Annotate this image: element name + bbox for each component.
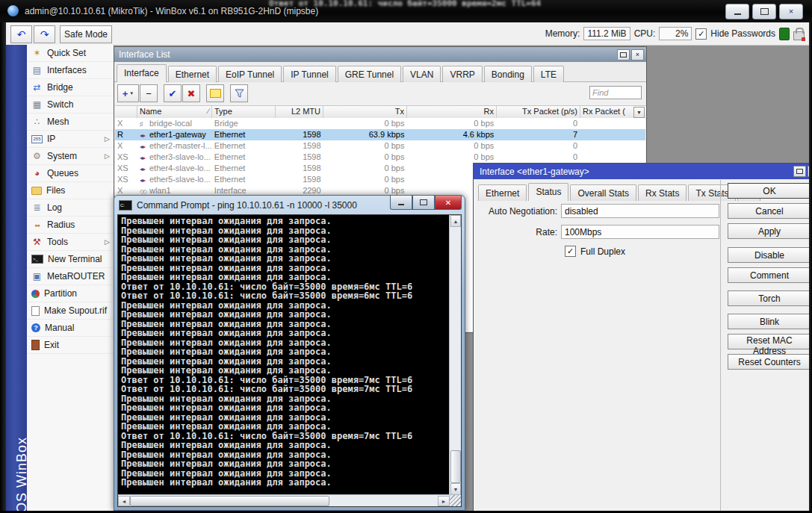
find-input[interactable]	[589, 86, 642, 99]
column-flags[interactable]	[115, 106, 137, 118]
sidebar-item-partition[interactable]: Partition ▷	[27, 285, 114, 302]
column-selector-button[interactable]: ▼	[633, 107, 645, 118]
table-row-bridge-local[interactable]: X bridge-local Bridge 0 bps 0 bps 0	[115, 118, 645, 129]
sidebar-item-bridge[interactable]: Bridge ▷	[27, 79, 114, 96]
sidebar-item-mesh[interactable]: Mesh ▷	[27, 114, 114, 131]
console-minimize-button[interactable]	[390, 196, 412, 210]
close-button[interactable]: ×	[779, 4, 803, 19]
sidebar-item-exit[interactable]: Exit ▷	[27, 337, 114, 354]
dialog-restore-button[interactable]	[793, 166, 806, 177]
tab-vrrp[interactable]: VRRP	[442, 66, 482, 82]
column-rx-packet[interactable]: Rx Packet ( ▼	[580, 106, 646, 118]
hide-passwords-checkbox[interactable]: ✓	[695, 28, 707, 40]
dialog-button-reset-mac-address[interactable]: Reset MAC Address	[728, 334, 811, 349]
comment-button[interactable]	[206, 84, 224, 102]
remove-button[interactable]: −	[140, 84, 158, 102]
vertical-scroll-thumb[interactable]	[450, 450, 461, 483]
dialog-button-torch[interactable]: Torch	[728, 290, 811, 306]
sidebar-item-log[interactable]: Log ▷	[27, 199, 114, 217]
interfaces-icon	[31, 66, 43, 75]
interface-dialog-titlebar[interactable]: Interface <ether1-gateway> ×	[474, 164, 812, 179]
column-tx-packet[interactable]: Tx Packet (p/s)	[497, 106, 580, 118]
sidebar-item-queues[interactable]: Queues ▷	[27, 165, 114, 182]
interface-list-restore-button[interactable]	[617, 49, 630, 60]
rate-field[interactable]	[561, 225, 719, 239]
dialog-button-comment[interactable]: Comment	[728, 267, 811, 283]
console-maximize-button[interactable]	[412, 196, 435, 210]
safe-mode-button[interactable]: Safe Mode	[60, 25, 112, 43]
horizontal-scrollbar[interactable]: ◄ ►	[118, 494, 450, 506]
restore-icon	[620, 52, 627, 57]
cell-rx-packet	[580, 129, 645, 140]
auto-negotiation-field[interactable]	[561, 204, 719, 218]
add-button[interactable]: +▼	[117, 84, 139, 102]
scroll-right-icon[interactable]: ►	[438, 496, 450, 506]
tab-bonding[interactable]: Bonding	[484, 66, 532, 82]
console-output[interactable]: Превышен интервал ожидания для запроса.П…	[117, 214, 462, 507]
dialog-button-blink[interactable]: Blink	[728, 314, 811, 329]
sidebar-item-ip[interactable]: IP ▷	[27, 131, 114, 148]
sidebar-item-new-terminal[interactable]: New Terminal ▷	[27, 251, 114, 268]
table-header[interactable]: Name∕ Type L2 MTU Tx Rx Tx Packet (p/s) …	[115, 105, 646, 119]
tab-ip-tunnel[interactable]: IP Tunnel	[283, 66, 335, 82]
sidebar-item-metarouter[interactable]: MetaROUTER ▷	[27, 268, 114, 285]
resize-grip[interactable]	[450, 495, 461, 506]
cell-tx-packet: 7	[496, 129, 580, 140]
sidebar-item-tools[interactable]: Tools ▷	[27, 234, 114, 251]
vertical-scrollbar[interactable]: ▲ ▼	[449, 215, 461, 495]
sidebar-item-quick-set[interactable]: Quick Set ▷	[27, 45, 114, 62]
full-duplex-checkbox[interactable]: ✓	[565, 246, 576, 257]
sidebar-item-label: Log	[47, 202, 62, 213]
filter-button[interactable]	[230, 84, 248, 102]
dialog-button-apply[interactable]: Apply	[728, 223, 811, 239]
table-row-ether1-gateway[interactable]: R ether1-gateway Ethernet 1598 63.9 kbps…	[115, 129, 645, 140]
cell-l2mtu: 1598	[276, 163, 323, 174]
interface-list-close-button[interactable]: ×	[631, 49, 644, 60]
cell-rx-packet	[580, 152, 645, 163]
column-tx[interactable]: Tx	[323, 106, 407, 118]
dialog-tab-ethernet[interactable]: Ethernet	[478, 184, 527, 201]
column-name[interactable]: Name∕	[137, 106, 212, 118]
maximize-button[interactable]	[752, 4, 776, 19]
column-type[interactable]: Type	[212, 106, 276, 118]
horizontal-scroll-thumb[interactable]	[130, 496, 329, 506]
sidebar-item-manual[interactable]: Manual ▷	[27, 320, 114, 337]
tab-lte[interactable]: LTE	[533, 66, 564, 82]
scroll-down-icon[interactable]: ▼	[450, 483, 461, 495]
undo-button[interactable]: ↶	[10, 25, 32, 43]
column-rx[interactable]: Rx	[407, 106, 497, 118]
tab-eoip-tunnel[interactable]: EoIP Tunnel	[218, 66, 282, 82]
sidebar-item-system[interactable]: System ▷	[27, 148, 114, 165]
redo-button[interactable]: ↷	[34, 25, 55, 43]
dialog-tab-overall-stats[interactable]: Overall Stats	[570, 184, 636, 201]
dialog-button-reset-counters[interactable]: Reset Counters	[728, 354, 811, 370]
tab-ethernet[interactable]: Ethernet	[168, 66, 217, 82]
dialog-tab-status[interactable]: Status	[528, 183, 568, 201]
dialog-tab-rx-stats[interactable]: Rx Stats	[638, 184, 687, 201]
console-line: Превышен интервал ожидания для запроса.	[121, 403, 447, 413]
enable-button[interactable]: ✔	[164, 84, 182, 102]
sidebar-item-interfaces[interactable]: Interfaces ▷	[27, 62, 114, 79]
sidebar-item-radius[interactable]: Radius ▷	[27, 217, 114, 234]
dialog-button-disable[interactable]: Disable	[728, 247, 811, 263]
cell-l2mtu: 1598	[276, 140, 323, 152]
minimize-button[interactable]	[725, 4, 749, 19]
sidebar-item-files[interactable]: Files ▷	[27, 182, 114, 199]
console-close-button[interactable]: ✕	[435, 196, 462, 210]
sidebar-menu: Quick Set ▷ Interfaces ▷ Bridge ▷ Switch…	[27, 45, 114, 513]
table-row-ether3-slave-lo[interactable]: XS ether3-slave-lo... Ethernet 1598 0 bp…	[115, 152, 645, 163]
dialog-button-cancel[interactable]: Cancel	[728, 203, 811, 219]
table-row-ether2-master-l[interactable]: X ether2-master-l... Ethernet 1598 0 bps…	[115, 140, 645, 152]
interface-list-titlebar[interactable]: Interface List ×	[114, 47, 646, 62]
column-l2mtu[interactable]: L2 MTU	[276, 106, 323, 118]
sidebar-item-make-supout-rif[interactable]: Make Supout.rif ▷	[27, 302, 114, 320]
background-console-text: Ответ от 10.10.10.61: число байт=35000 в…	[269, 0, 732, 8]
scroll-left-icon[interactable]: ◄	[118, 496, 130, 506]
dialog-button-ok[interactable]: OK	[728, 183, 811, 199]
tab-interface[interactable]: Interface	[117, 64, 167, 82]
tab-gre-tunnel[interactable]: GRE Tunnel	[338, 66, 401, 82]
scroll-up-icon[interactable]: ▲	[450, 215, 461, 227]
tab-vlan[interactable]: VLAN	[403, 66, 441, 82]
disable-button[interactable]: ✖	[182, 84, 200, 102]
sidebar-item-switch[interactable]: Switch ▷	[27, 96, 114, 114]
